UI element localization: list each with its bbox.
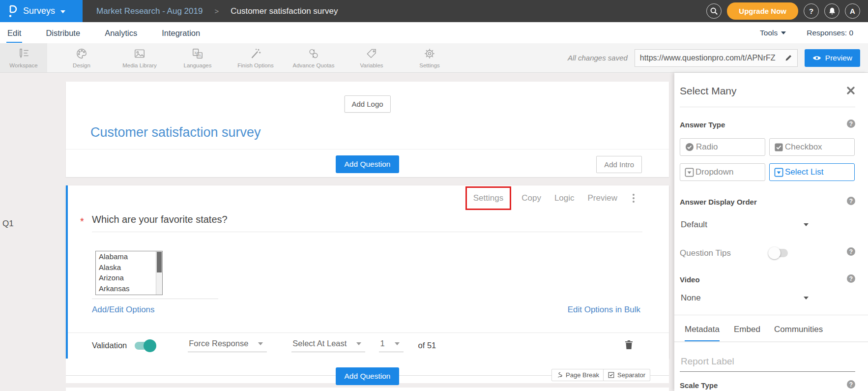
tab-metadata[interactable]: Metadata (685, 325, 720, 342)
checkbox-icon (774, 143, 783, 152)
toolbar-advance-quotas[interactable]: Advance Quotas (290, 43, 337, 72)
question-tips-help-icon[interactable]: ? (847, 247, 855, 256)
min-count-dropdown[interactable]: 1 (379, 339, 403, 352)
force-response-dropdown[interactable]: Force Response (188, 339, 267, 352)
surveys-menu-label: Surveys (23, 6, 55, 16)
toolbar-design[interactable]: Design (58, 43, 105, 72)
toolbar-label: Advance Quotas (292, 62, 334, 68)
listbox-scrollbar[interactable] (156, 251, 162, 295)
answer-display-order-help-icon[interactable]: ? (847, 197, 855, 205)
tools-dropdown[interactable]: Tools (760, 29, 786, 37)
add-edit-options-link[interactable]: Add/Edit Options (92, 305, 155, 315)
question-text[interactable]: Which are your favorite states? (92, 214, 228, 225)
preview-button[interactable]: Preview (805, 49, 860, 67)
breadcrumb-folder[interactable]: Market Research - Aug 2019 (96, 6, 203, 16)
toolbar-label: Media Library (122, 62, 157, 68)
edit-url-button[interactable] (781, 50, 797, 66)
video-help-icon[interactable]: ? (847, 274, 855, 283)
toolbar-variables[interactable]: Variables (348, 43, 395, 72)
answer-type-help-icon[interactable]: ? (847, 120, 855, 128)
breadcrumb-separator: > (214, 7, 219, 15)
chevron-down-icon (781, 31, 786, 34)
add-question-button-bottom[interactable]: Add Question (336, 367, 400, 385)
survey-url-input[interactable] (635, 54, 781, 62)
toolbar-finish-options[interactable]: Finish Options (232, 43, 279, 72)
video-select[interactable]: None (681, 293, 809, 303)
close-icon (846, 86, 855, 95)
surveys-menu[interactable]: Surveys (0, 0, 83, 22)
tab-integration[interactable]: Integration (161, 23, 201, 43)
add-intro-button[interactable]: Add Intro (596, 156, 642, 173)
question-preview-button[interactable]: Preview (588, 193, 617, 203)
tab-communities[interactable]: Communities (774, 325, 823, 340)
answer-type-radio[interactable]: Radio (680, 138, 765, 156)
answer-type-label-text: Checkbox (785, 142, 822, 152)
tab-distribute[interactable]: Distribute (45, 23, 81, 43)
toolbar-settings[interactable]: Settings (406, 43, 453, 72)
questionpro-logo-icon (8, 4, 18, 18)
more-options-kebab-icon[interactable] (631, 192, 637, 205)
survey-canvas-area: Add Logo Customer satisfaction survey Ad… (0, 73, 868, 391)
select-at-least-dropdown[interactable]: Select At Least (291, 339, 365, 352)
question-tips-label: Question Tips (680, 248, 731, 258)
validation-label: Validation (92, 341, 127, 350)
svg-text:x: x (195, 50, 197, 55)
edit-toolbar: Workspace Design Media Library x A Langu… (0, 43, 868, 73)
chevron-down-icon (804, 223, 809, 226)
separator-button[interactable]: Separator (603, 369, 650, 381)
min-count-value: 1 (380, 339, 384, 348)
dropdown-icon (685, 168, 694, 177)
linked-quotas-icon (307, 47, 320, 60)
toolbar-label: Variables (360, 62, 383, 68)
edit-options-in-bulk-link[interactable]: Edit Options in Bulk (568, 305, 640, 315)
scrollbar-thumb[interactable] (157, 252, 162, 272)
list-option[interactable]: Arkansas (96, 283, 162, 294)
answer-type-dropdown[interactable]: Dropdown (680, 163, 765, 181)
responses-count[interactable]: Responses: 0 (807, 29, 853, 37)
delete-question-button[interactable] (624, 340, 634, 350)
survey-title[interactable]: Customer satisfaction survey (90, 125, 261, 140)
tab-analytics[interactable]: Analytics (104, 23, 138, 43)
tab-edit[interactable]: Edit (6, 23, 22, 43)
answer-select-list[interactable]: Alabama Alaska Arizona Arkansas (95, 251, 163, 295)
help-button[interactable]: ? (804, 3, 819, 19)
topbar-actions: Upgrade Now ? A (706, 2, 868, 20)
divider (680, 107, 855, 107)
select-list-icon (774, 168, 783, 177)
add-logo-button[interactable]: Add Logo (344, 95, 390, 113)
question-logic-button[interactable]: Logic (554, 193, 575, 203)
answer-type-label-text: Select List (785, 167, 823, 177)
question-copy-button[interactable]: Copy (521, 193, 541, 203)
answer-type-checkbox[interactable]: Checkbox (769, 138, 855, 156)
divider (92, 299, 218, 299)
add-question-row: Add Question Page Break Separator (66, 359, 669, 383)
report-label-input[interactable] (680, 354, 855, 372)
scale-type-help-icon[interactable]: ? (847, 380, 855, 389)
page-break-button[interactable]: Page Break (551, 369, 604, 381)
validation-toggle[interactable] (135, 342, 155, 350)
main-nav: Edit Distribute Analytics Integration To… (0, 22, 868, 43)
toolbar-languages[interactable]: x A Languages (174, 43, 221, 72)
save-status: All changes saved (568, 54, 628, 62)
pencil-icon (784, 54, 793, 62)
answer-display-order-select[interactable]: Default (681, 220, 809, 230)
upgrade-now-button[interactable]: Upgrade Now (727, 2, 798, 20)
toolbar-media-library[interactable]: Media Library (116, 43, 163, 72)
page-break-icon (556, 372, 563, 378)
preview-label: Preview (825, 54, 852, 62)
search-button[interactable] (706, 3, 722, 19)
toolbar-workspace[interactable]: Workspace (0, 43, 47, 72)
close-panel-button[interactable] (846, 86, 855, 95)
add-question-button-top[interactable]: Add Question (336, 155, 400, 173)
list-option[interactable]: Alabama (96, 251, 162, 262)
list-option[interactable]: Alaska (96, 262, 162, 273)
tab-embed[interactable]: Embed (734, 325, 760, 340)
notifications-button[interactable] (824, 3, 839, 19)
list-option[interactable]: Arizona (96, 272, 162, 283)
question-settings-button[interactable]: Settings (473, 193, 503, 203)
survey-url-box (635, 49, 798, 67)
answer-type-select-list[interactable]: Select List (769, 163, 855, 181)
question-tips-toggle[interactable] (769, 249, 788, 257)
avatar[interactable]: A (845, 3, 860, 19)
chevron-down-icon (395, 342, 400, 345)
